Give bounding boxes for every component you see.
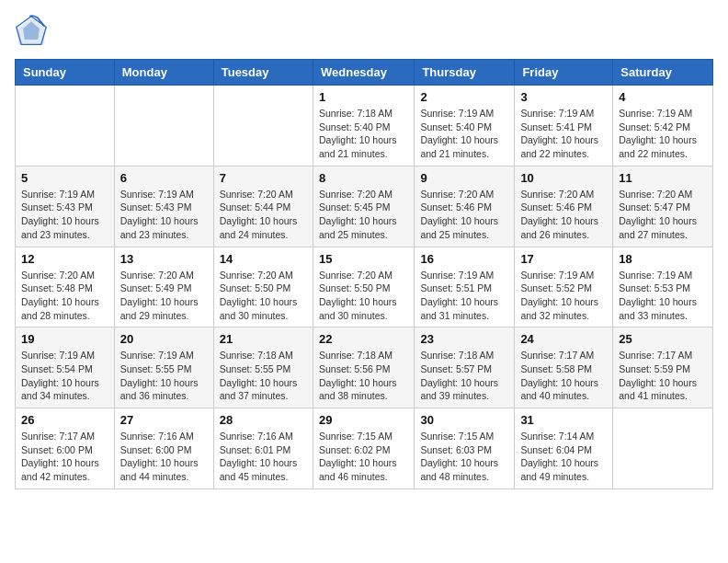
header-tuesday: Tuesday — [213, 60, 313, 86]
calendar-cell: 7Sunrise: 7:20 AM Sunset: 5:44 PM Daylig… — [213, 166, 313, 247]
header-friday: Friday — [515, 60, 613, 86]
logo — [15, 15, 53, 48]
day-number: 21 — [220, 332, 307, 346]
calendar-week-row: 26Sunrise: 7:17 AM Sunset: 6:00 PM Dayli… — [16, 408, 713, 489]
day-info: Sunrise: 7:19 AM Sunset: 5:42 PM Dayligh… — [619, 107, 707, 161]
calendar-cell: 1Sunrise: 7:18 AM Sunset: 5:40 PM Daylig… — [313, 86, 414, 167]
day-number: 26 — [21, 413, 108, 427]
calendar-cell: 17Sunrise: 7:19 AM Sunset: 5:52 PM Dayli… — [515, 247, 613, 327]
day-info: Sunrise: 7:19 AM Sunset: 5:53 PM Dayligh… — [619, 269, 707, 323]
calendar-cell: 9Sunrise: 7:20 AM Sunset: 5:46 PM Daylig… — [415, 166, 515, 247]
logo-icon — [15, 15, 48, 48]
calendar-cell: 13Sunrise: 7:20 AM Sunset: 5:49 PM Dayli… — [114, 247, 213, 327]
day-info: Sunrise: 7:17 AM Sunset: 5:59 PM Dayligh… — [619, 349, 707, 403]
day-number: 29 — [319, 413, 408, 427]
day-number: 31 — [520, 413, 607, 427]
day-info: Sunrise: 7:20 AM Sunset: 5:49 PM Dayligh… — [120, 269, 208, 323]
calendar-cell: 26Sunrise: 7:17 AM Sunset: 6:00 PM Dayli… — [16, 408, 115, 489]
calendar-cell: 11Sunrise: 7:20 AM Sunset: 5:47 PM Dayli… — [613, 166, 713, 247]
calendar-cell: 21Sunrise: 7:18 AM Sunset: 5:55 PM Dayli… — [213, 327, 313, 408]
day-number: 17 — [520, 252, 607, 266]
day-info: Sunrise: 7:18 AM Sunset: 5:55 PM Dayligh… — [220, 349, 307, 403]
day-number: 9 — [420, 171, 508, 185]
day-info: Sunrise: 7:18 AM Sunset: 5:56 PM Dayligh… — [319, 349, 408, 403]
day-info: Sunrise: 7:15 AM Sunset: 6:02 PM Dayligh… — [319, 430, 408, 484]
calendar-cell: 23Sunrise: 7:18 AM Sunset: 5:57 PM Dayli… — [415, 327, 515, 408]
day-info: Sunrise: 7:20 AM Sunset: 5:45 PM Dayligh… — [319, 188, 408, 242]
calendar-week-row: 19Sunrise: 7:19 AM Sunset: 5:54 PM Dayli… — [16, 327, 713, 408]
header-saturday: Saturday — [613, 60, 713, 86]
header-sunday: Sunday — [16, 60, 115, 86]
calendar-cell: 30Sunrise: 7:15 AM Sunset: 6:03 PM Dayli… — [415, 408, 515, 489]
calendar-cell: 10Sunrise: 7:20 AM Sunset: 5:46 PM Dayli… — [515, 166, 613, 247]
calendar-cell: 5Sunrise: 7:19 AM Sunset: 5:43 PM Daylig… — [16, 166, 115, 247]
day-number: 5 — [21, 171, 108, 185]
day-info: Sunrise: 7:16 AM Sunset: 6:01 PM Dayligh… — [220, 430, 307, 484]
calendar-cell: 8Sunrise: 7:20 AM Sunset: 5:45 PM Daylig… — [313, 166, 414, 247]
calendar-cell: 18Sunrise: 7:19 AM Sunset: 5:53 PM Dayli… — [613, 247, 713, 327]
day-number: 20 — [120, 332, 208, 346]
day-number: 6 — [120, 171, 208, 185]
day-info: Sunrise: 7:19 AM Sunset: 5:43 PM Dayligh… — [120, 188, 208, 242]
day-number: 2 — [420, 90, 508, 104]
calendar-table: Sunday Monday Tuesday Wednesday Thursday… — [15, 59, 713, 489]
day-number: 18 — [619, 252, 707, 266]
day-number: 25 — [619, 332, 707, 346]
day-info: Sunrise: 7:18 AM Sunset: 5:40 PM Dayligh… — [319, 107, 408, 161]
header-monday: Monday — [114, 60, 213, 86]
weekday-header-row: Sunday Monday Tuesday Wednesday Thursday… — [16, 60, 713, 86]
day-info: Sunrise: 7:17 AM Sunset: 6:00 PM Dayligh… — [21, 430, 108, 484]
day-number: 22 — [319, 332, 408, 346]
day-info: Sunrise: 7:20 AM Sunset: 5:46 PM Dayligh… — [520, 188, 607, 242]
day-info: Sunrise: 7:19 AM Sunset: 5:41 PM Dayligh… — [520, 107, 607, 161]
day-info: Sunrise: 7:19 AM Sunset: 5:55 PM Dayligh… — [120, 349, 208, 403]
calendar-cell: 16Sunrise: 7:19 AM Sunset: 5:51 PM Dayli… — [415, 247, 515, 327]
day-info: Sunrise: 7:19 AM Sunset: 5:40 PM Dayligh… — [420, 107, 508, 161]
day-number: 14 — [220, 252, 307, 266]
day-number: 30 — [420, 413, 508, 427]
calendar-cell: 25Sunrise: 7:17 AM Sunset: 5:59 PM Dayli… — [613, 327, 713, 408]
calendar-cell: 27Sunrise: 7:16 AM Sunset: 6:00 PM Dayli… — [114, 408, 213, 489]
day-info: Sunrise: 7:20 AM Sunset: 5:48 PM Dayligh… — [21, 269, 108, 323]
calendar-cell — [613, 408, 713, 489]
calendar-cell — [213, 86, 313, 167]
calendar-cell: 24Sunrise: 7:17 AM Sunset: 5:58 PM Dayli… — [515, 327, 613, 408]
header-wednesday: Wednesday — [313, 60, 414, 86]
calendar-cell: 3Sunrise: 7:19 AM Sunset: 5:41 PM Daylig… — [515, 86, 613, 167]
calendar-cell: 31Sunrise: 7:14 AM Sunset: 6:04 PM Dayli… — [515, 408, 613, 489]
day-info: Sunrise: 7:20 AM Sunset: 5:47 PM Dayligh… — [619, 188, 707, 242]
calendar-cell: 20Sunrise: 7:19 AM Sunset: 5:55 PM Dayli… — [114, 327, 213, 408]
page-header — [15, 15, 713, 48]
calendar-cell: 28Sunrise: 7:16 AM Sunset: 6:01 PM Dayli… — [213, 408, 313, 489]
day-number: 8 — [319, 171, 408, 185]
calendar-cell — [16, 86, 115, 167]
calendar-week-row: 12Sunrise: 7:20 AM Sunset: 5:48 PM Dayli… — [16, 247, 713, 327]
day-number: 13 — [120, 252, 208, 266]
calendar-cell — [114, 86, 213, 167]
day-number: 10 — [520, 171, 607, 185]
day-info: Sunrise: 7:16 AM Sunset: 6:00 PM Dayligh… — [120, 430, 208, 484]
day-info: Sunrise: 7:19 AM Sunset: 5:54 PM Dayligh… — [21, 349, 108, 403]
day-info: Sunrise: 7:19 AM Sunset: 5:43 PM Dayligh… — [21, 188, 108, 242]
day-info: Sunrise: 7:18 AM Sunset: 5:57 PM Dayligh… — [420, 349, 508, 403]
day-number: 28 — [220, 413, 307, 427]
day-number: 1 — [319, 90, 408, 104]
day-info: Sunrise: 7:14 AM Sunset: 6:04 PM Dayligh… — [520, 430, 607, 484]
calendar-week-row: 1Sunrise: 7:18 AM Sunset: 5:40 PM Daylig… — [16, 86, 713, 167]
day-number: 11 — [619, 171, 707, 185]
day-number: 27 — [120, 413, 208, 427]
calendar-cell: 14Sunrise: 7:20 AM Sunset: 5:50 PM Dayli… — [213, 247, 313, 327]
day-info: Sunrise: 7:20 AM Sunset: 5:46 PM Dayligh… — [420, 188, 508, 242]
calendar-cell: 4Sunrise: 7:19 AM Sunset: 5:42 PM Daylig… — [613, 86, 713, 167]
day-number: 15 — [319, 252, 408, 266]
day-info: Sunrise: 7:20 AM Sunset: 5:44 PM Dayligh… — [220, 188, 307, 242]
calendar-cell: 12Sunrise: 7:20 AM Sunset: 5:48 PM Dayli… — [16, 247, 115, 327]
day-info: Sunrise: 7:17 AM Sunset: 5:58 PM Dayligh… — [520, 349, 607, 403]
day-number: 19 — [21, 332, 108, 346]
day-info: Sunrise: 7:19 AM Sunset: 5:51 PM Dayligh… — [420, 269, 508, 323]
day-info: Sunrise: 7:19 AM Sunset: 5:52 PM Dayligh… — [520, 269, 607, 323]
calendar-cell: 22Sunrise: 7:18 AM Sunset: 5:56 PM Dayli… — [313, 327, 414, 408]
calendar-cell: 19Sunrise: 7:19 AM Sunset: 5:54 PM Dayli… — [16, 327, 115, 408]
day-info: Sunrise: 7:20 AM Sunset: 5:50 PM Dayligh… — [220, 269, 307, 323]
header-thursday: Thursday — [415, 60, 515, 86]
